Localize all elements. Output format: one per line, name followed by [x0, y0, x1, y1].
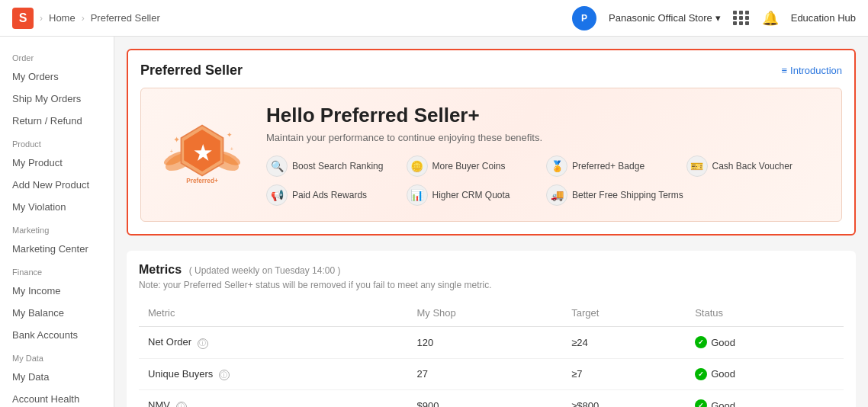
sidebar-section-title: Finance: [0, 260, 114, 280]
metric-target-value: ≥24: [562, 327, 686, 359]
metrics-title: Metrics: [139, 263, 182, 276]
benefit-item: 🔍 Boost Search Ranking: [266, 155, 407, 177]
benefit-icon: 📊: [407, 184, 428, 206]
sidebar-section-title: Marketing: [0, 218, 114, 238]
metric-shop-value: $900: [407, 390, 562, 408]
metric-info-icon[interactable]: ⓘ: [219, 370, 230, 380]
metrics-section: Metrics ( Updated weekly on Tuesday 14:0…: [127, 251, 856, 407]
status-dot-icon: [695, 399, 707, 407]
benefit-label: Preferred+ Badge: [572, 161, 645, 171]
metric-info-icon[interactable]: ⓘ: [176, 402, 187, 408]
sidebar-item-marketing-center[interactable]: Marketing Center: [0, 238, 114, 260]
main-content: Preferred Seller ≡ Introduction: [114, 37, 868, 407]
benefit-icon: 🔍: [266, 155, 288, 177]
metrics-table-row: Net Order ⓘ120≥24 Good: [139, 327, 844, 359]
store-avatar: P: [572, 6, 596, 30]
sidebar-section-title: Order: [0, 46, 114, 66]
metrics-table-header-row: MetricMy ShopTargetStatus: [139, 300, 844, 327]
topnav-right-section: P Panasonic Offical Store ▾ 🔔 Education …: [572, 6, 856, 30]
benefit-item: 📊 Higher CRM Quota: [407, 184, 547, 206]
metric-name: NMV ⓘ: [139, 390, 407, 408]
status-dot-icon: [695, 368, 707, 380]
sidebar-item-bank-accounts[interactable]: Bank Accounts: [0, 324, 114, 346]
introduction-link[interactable]: ≡ Introduction: [781, 65, 842, 76]
metrics-table: MetricMy ShopTargetStatus Net Order ⓘ120…: [139, 300, 844, 407]
benefit-item: 🎫 Cash Back Voucher: [686, 155, 827, 177]
metrics-column-header: Metric: [139, 300, 407, 327]
benefit-label: Boost Search Ranking: [292, 161, 383, 171]
sidebar-item-account-health[interactable]: Account Health: [0, 388, 114, 407]
breadcrumb-chevron-2: ›: [82, 13, 85, 24]
top-navigation: S › Home › Preferred Seller P Panasonic …: [0, 0, 868, 37]
status-good-badge: Good: [695, 368, 834, 380]
status-label: Good: [711, 337, 735, 348]
status-label: Good: [711, 400, 735, 407]
benefit-label: Cash Back Voucher: [712, 161, 792, 171]
metric-info-icon[interactable]: ⓘ: [198, 338, 208, 349]
metric-status: Good: [686, 327, 844, 359]
metrics-column-header: My Shop: [407, 300, 562, 327]
metrics-note: Note: your Preferred Seller+ status will…: [139, 280, 844, 290]
card-header: Preferred Seller ≡ Introduction: [140, 62, 842, 79]
shopee-logo[interactable]: S: [12, 8, 34, 29]
metric-name: Unique Buyers ⓘ: [139, 358, 407, 390]
sidebar-item-my-product[interactable]: My Product: [0, 152, 114, 174]
svg-text:Preferred+: Preferred+: [186, 178, 218, 184]
svg-text:+: +: [170, 148, 173, 155]
benefit-icon: 🚚: [546, 184, 567, 206]
status-good-badge: Good: [695, 399, 834, 407]
sidebar-item-my-balance[interactable]: My Balance: [0, 302, 114, 324]
preferred-seller-card: Preferred Seller ≡ Introduction: [127, 49, 856, 236]
sidebar: OrderMy OrdersShip My OrdersReturn / Ref…: [0, 37, 114, 407]
benefit-icon: 🎫: [686, 155, 708, 177]
svg-text:+: +: [230, 146, 233, 152]
apps-icon[interactable]: [733, 11, 750, 25]
metric-target-value: ≥$800: [562, 390, 686, 408]
sidebar-item-ship-my-orders[interactable]: Ship My Orders: [0, 88, 114, 110]
benefit-icon: 🏅: [546, 155, 567, 177]
svg-text:✦: ✦: [173, 135, 180, 144]
hero-text-content: Hello Preferred Seller+ Maintain your pe…: [266, 104, 826, 206]
metrics-column-header: Status: [686, 300, 844, 327]
sidebar-item-my-data[interactable]: My Data: [0, 366, 114, 388]
card-title: Preferred Seller: [140, 62, 243, 79]
metrics-table-body: Net Order ⓘ120≥24 Good Unique Buyers ⓘ27…: [139, 327, 844, 408]
metric-shop-value: 120: [407, 327, 562, 359]
hero-title: Hello Preferred Seller+: [266, 104, 826, 127]
education-hub-link[interactable]: Education Hub: [791, 12, 856, 24]
main-layout: OrderMy OrdersShip My OrdersReturn / Ref…: [0, 37, 868, 407]
hero-subtitle: Maintain your performance to continue en…: [266, 132, 826, 143]
metrics-updated: ( Updated weekly on Tuesday 14:00 ): [189, 265, 341, 276]
metrics-table-row: Unique Buyers ⓘ27≥7 Good: [139, 358, 844, 390]
benefit-label: Higher CRM Quota: [432, 190, 510, 200]
notification-bell-icon[interactable]: 🔔: [762, 10, 779, 27]
svg-text:✦: ✦: [227, 131, 233, 139]
benefits-grid: 🔍 Boost Search Ranking 🪙 More Buyer Coin…: [266, 155, 826, 206]
hero-banner: ★ Preferred+ ✦ ✦ + + Hello Preferred Sel…: [140, 88, 842, 222]
store-name-label[interactable]: Panasonic Offical Store ▾: [609, 12, 721, 24]
sidebar-section-title: My Data: [0, 346, 114, 366]
preferred-badge-container: ★ Preferred+ ✦ ✦ + +: [156, 113, 248, 197]
status-dot-icon: [695, 336, 707, 348]
metric-name: Net Order ⓘ: [139, 327, 407, 359]
metrics-column-header: Target: [562, 300, 686, 327]
metrics-table-row: NMV ⓘ$900≥$800 Good: [139, 390, 844, 408]
sidebar-item-add-new-product[interactable]: Add New Product: [0, 174, 114, 196]
home-link[interactable]: Home: [49, 12, 76, 24]
preferred-plus-badge-icon: ★ Preferred+ ✦ ✦ + +: [160, 113, 244, 197]
benefit-icon: 📢: [266, 184, 288, 206]
sidebar-item-my-violation[interactable]: My Violation: [0, 196, 114, 218]
metric-shop-value: 27: [407, 358, 562, 390]
sidebar-item-my-income[interactable]: My Income: [0, 280, 114, 302]
benefit-label: Better Free Shipping Terms: [572, 190, 683, 200]
sidebar-item-return-/-refund[interactable]: Return / Refund: [0, 110, 114, 132]
breadcrumb-chevron: ›: [40, 13, 43, 24]
sidebar-item-my-orders[interactable]: My Orders: [0, 66, 114, 88]
metrics-header: Metrics ( Updated weekly on Tuesday 14:0…: [139, 263, 844, 277]
sidebar-section-title: Product: [0, 132, 114, 152]
benefit-label: More Buyer Coins: [432, 161, 506, 171]
metric-status: Good: [686, 358, 844, 390]
status-label: Good: [711, 368, 735, 380]
status-good-badge: Good: [695, 336, 834, 348]
benefit-item: 🏅 Preferred+ Badge: [546, 155, 686, 177]
